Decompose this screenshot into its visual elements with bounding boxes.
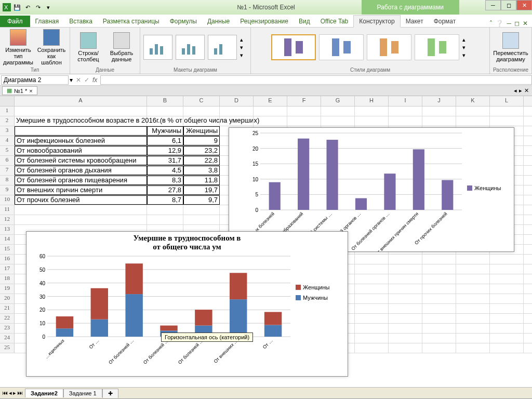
tab-chart-design[interactable]: Конструктор bbox=[353, 15, 400, 28]
svg-rect-24 bbox=[326, 140, 338, 210]
tab-view[interactable]: Вид bbox=[294, 16, 315, 27]
layouts-scroll-down[interactable]: ▾ bbox=[240, 44, 247, 51]
chart-object-2[interactable]: Умершие в трудноспособном вот общего чис… bbox=[26, 231, 348, 377]
chart-style-3[interactable] bbox=[367, 34, 411, 60]
save-icon[interactable]: 💾 bbox=[12, 3, 22, 12]
chart-layout-1[interactable] bbox=[143, 35, 172, 60]
chart-tools-context: Работа с диаграммами bbox=[362, 0, 460, 15]
chart-style-2[interactable] bbox=[319, 34, 364, 60]
styles-more[interactable]: ▾ bbox=[462, 52, 470, 59]
svg-text:30: 30 bbox=[39, 294, 46, 300]
group-data-label: Данные bbox=[96, 66, 114, 73]
worksheet-grid[interactable]: ABCDEFGHIJKL 12Умершие в трудоспособном … bbox=[0, 96, 532, 387]
svg-text:От …: От … bbox=[262, 338, 274, 350]
file-tab[interactable]: Файл bbox=[0, 16, 30, 27]
window-title: №1 - Microsoft Excel bbox=[237, 4, 295, 11]
svg-text:40: 40 bbox=[39, 281, 46, 286]
svg-rect-62 bbox=[160, 326, 177, 331]
svg-rect-5 bbox=[182, 48, 185, 55]
svg-rect-9 bbox=[219, 44, 222, 55]
wb-nav-right-icon[interactable]: ▸ bbox=[519, 87, 522, 94]
tab-formulas[interactable]: Формулы bbox=[165, 16, 202, 27]
chart-style-4[interactable] bbox=[415, 34, 459, 60]
chart-style-1[interactable] bbox=[271, 34, 316, 60]
switch-row-column-button[interactable]: Строка/столбец bbox=[73, 32, 103, 62]
chart-layout-3[interactable] bbox=[208, 35, 237, 60]
workbook-tab-icon: ▦ bbox=[7, 87, 12, 94]
tab-chart-layout[interactable]: Макет bbox=[401, 16, 429, 27]
maximize-button[interactable]: ◻ bbox=[501, 0, 516, 10]
svg-rect-58 bbox=[125, 294, 142, 337]
tab-review[interactable]: Рецензирование bbox=[235, 16, 294, 27]
undo-icon[interactable]: ↶ bbox=[23, 3, 32, 12]
svg-text:Женщины: Женщины bbox=[474, 185, 501, 191]
wb-nav-left-icon[interactable]: ◂ bbox=[514, 87, 517, 94]
svg-text:10: 10 bbox=[252, 177, 259, 182]
styles-scroll-down[interactable]: ▾ bbox=[462, 44, 470, 51]
group-location-label: Расположение bbox=[493, 66, 528, 73]
tab-chart-format[interactable]: Формат bbox=[429, 16, 461, 27]
svg-text:25: 25 bbox=[252, 130, 259, 136]
svg-rect-6 bbox=[187, 44, 190, 55]
svg-text:5: 5 bbox=[255, 192, 258, 197]
change-chart-type-button[interactable]: Изменить тип диаграммы bbox=[3, 29, 33, 65]
workbook-tabs: ▦ №1 * × ◂ ▸ ✕ bbox=[0, 86, 532, 96]
svg-rect-4 bbox=[160, 46, 163, 55]
cancel-icon[interactable]: ✕ bbox=[73, 76, 84, 84]
tab-home[interactable]: Главная bbox=[30, 16, 64, 27]
fx-label[interactable]: fx bbox=[89, 76, 100, 84]
svg-text:От прочих болезней: От прочих болезней bbox=[414, 211, 448, 246]
svg-text:Мужчины: Мужчины bbox=[303, 295, 328, 301]
tab-office[interactable]: Office Tab bbox=[315, 16, 354, 27]
group-styles-label: Стили диаграмм bbox=[350, 66, 390, 73]
minimize-button[interactable]: ─ bbox=[485, 0, 501, 10]
axis-tooltip: Горизонтальная ось (категорий) bbox=[161, 332, 253, 342]
qat-dropdown-icon[interactable]: ▾ bbox=[44, 3, 53, 12]
tab-data[interactable]: Данные bbox=[202, 16, 235, 27]
wb-min-icon[interactable]: ─ bbox=[507, 20, 511, 27]
name-box[interactable]: Диаграмма 2 bbox=[1, 75, 69, 85]
wb-close-icon[interactable]: ✕ bbox=[523, 20, 528, 27]
styles-scroll-up[interactable]: ▴ bbox=[462, 36, 470, 43]
redo-icon[interactable]: ↷ bbox=[33, 3, 43, 12]
svg-text:От болезней …: От болезней … bbox=[177, 338, 205, 365]
svg-rect-8 bbox=[214, 48, 217, 55]
svg-rect-25 bbox=[355, 198, 367, 210]
layouts-scroll-up[interactable]: ▴ bbox=[240, 36, 247, 43]
save-as-template-button[interactable]: Сохранить как шаблон bbox=[36, 29, 66, 65]
chart-layout-2[interactable] bbox=[176, 35, 205, 60]
move-chart-button[interactable]: Переместить диаграмму bbox=[496, 32, 526, 62]
sheet-nav-prev-icon[interactable]: ◂ bbox=[9, 390, 12, 396]
wb-close-all-icon[interactable]: ✕ bbox=[524, 87, 529, 94]
svg-rect-70 bbox=[264, 325, 282, 337]
chart-title: Умершие в трудноспособном вот общего чис… bbox=[26, 232, 348, 254]
layouts-more[interactable]: ▾ bbox=[240, 52, 247, 59]
select-data-button[interactable]: Выбрать данные bbox=[107, 32, 137, 62]
svg-rect-67 bbox=[230, 299, 247, 337]
svg-text:От болезней …: От болезней … bbox=[142, 338, 170, 365]
workbook-tab-close-icon[interactable]: × bbox=[29, 88, 32, 94]
wb-max-icon[interactable]: ◻ bbox=[514, 20, 520, 27]
enter-icon[interactable]: ✓ bbox=[84, 76, 89, 84]
sheet-tab-2[interactable]: Задание 1 bbox=[63, 389, 102, 397]
svg-text:0: 0 bbox=[42, 334, 45, 340]
svg-rect-52 bbox=[56, 328, 73, 337]
sheet-tab-bar: ⏮ ◂ ▸ ⏭ Задание2 Задание 1 ✚ bbox=[0, 387, 532, 398]
minimize-ribbon-icon[interactable]: ˄ bbox=[489, 20, 493, 27]
sheet-nav-first-icon[interactable]: ⏮ bbox=[2, 390, 8, 396]
svg-text:20: 20 bbox=[252, 146, 259, 152]
tab-insert[interactable]: Вставка bbox=[64, 16, 98, 27]
workbook-tab[interactable]: ▦ №1 * × bbox=[2, 86, 37, 95]
svg-rect-53 bbox=[56, 316, 73, 328]
sheet-tab-1[interactable]: Задание2 bbox=[25, 389, 63, 397]
close-button[interactable]: ✕ bbox=[516, 0, 532, 10]
formula-input[interactable] bbox=[100, 75, 532, 85]
svg-rect-3 bbox=[155, 44, 158, 55]
svg-rect-27 bbox=[413, 149, 424, 210]
new-sheet-button[interactable]: ✚ bbox=[102, 389, 118, 398]
sheet-nav-next-icon[interactable]: ▸ bbox=[13, 390, 16, 396]
group-type-label: Тип bbox=[31, 66, 39, 73]
sheet-nav-last-icon[interactable]: ⏭ bbox=[17, 390, 23, 396]
help-icon[interactable]: ❔ bbox=[496, 20, 503, 27]
tab-page-layout[interactable]: Разметка страницы bbox=[98, 16, 165, 27]
